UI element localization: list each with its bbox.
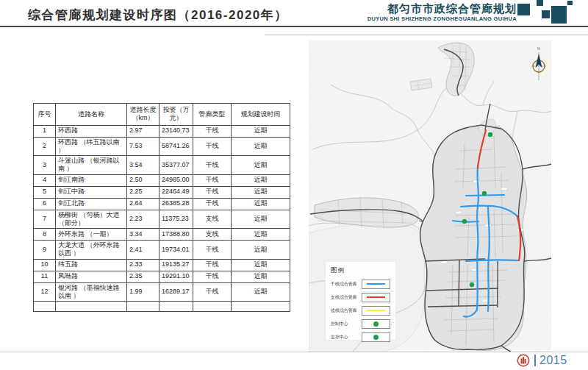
table-cell: 19291.10 [159,271,193,282]
table-cell: 干线 [193,198,232,210]
table-cell: 16289.17 [159,282,193,302]
table-cell: 17388.80 [159,229,193,241]
roads-table-body: 1环西路2.9723140.73干线近期2环西路 （纬五路以南 ）7.53587… [34,125,290,312]
table-cell: 35377.07 [159,156,193,175]
table-cell: 支线 [193,229,232,241]
table-cell: 近期 [232,125,290,137]
table-row: 12银河路 （墨福快速路以南 ）1.9916289.17干线近期 [34,282,290,302]
table-cell: 剑江中路 [56,186,127,198]
table-cell: 近期 [232,137,290,156]
legend-item-label: 控制中心 [331,321,348,327]
table-cell [193,302,232,312]
legend-items: 干线综合管廊支线综合管廊缆线综合管廊控制中心监控中心 [331,280,390,341]
table-cell: 2.23 [127,210,159,229]
table-cell: 斗篷山路 （银河路以南 ） [56,156,127,175]
legend-item: 监控中心 [331,332,390,341]
table-cell: 3.54 [127,156,159,175]
table-row: 10纬五路2.3319135.27干线近期 [34,259,290,271]
footer-year: 2015 [539,354,567,367]
table-row: 3斗篷山路 （银河路以南 ）3.5435377.07干线近期 [34,156,290,175]
table-cell: 剑江南路 [56,174,127,186]
table-cell: 近期 [232,186,290,198]
legend-item: 支线综合管廊 [331,293,390,302]
table-cell: 干线 [193,282,232,302]
logo-square [517,4,530,15]
table-cell: 6 [34,198,56,210]
legend-sample-box [362,332,390,342]
table-cell: 近期 [232,229,290,241]
table-cell [127,302,159,312]
legend-item-label: 缆线综合管廊 [331,307,357,314]
table-cell: 5 [34,186,56,198]
table-cell: 58741.26 [159,137,193,156]
legend-sample-box [362,293,390,302]
legend-item-label: 支线综合管廊 [331,294,357,301]
table-cell: 外环东路 （一期） [56,229,127,241]
table-cell: 2.41 [127,241,159,260]
legend-line-swatch [367,283,385,285]
table-cell: 23140.73 [159,125,193,137]
table-cell: 7 [34,210,56,229]
legend-dot-swatch [373,321,379,327]
table-cell: 2.97 [127,125,159,137]
table-row: 4剑江南路2.5024985.00干线近期 [34,174,290,186]
table-cell: 近期 [232,156,290,175]
table-cell: 干线 [193,259,232,271]
table-cell: 干线 [193,186,232,198]
table-cell: 19734.01 [159,241,193,260]
table-cell: 支线 [193,210,232,229]
table-row: 9大龙大道 （外环东路以西 ）2.4119734.01干线近期 [34,241,290,260]
footer-logo-divider [534,355,536,366]
table-row: 11凤啭路2.3519291.10干线近期 [34,271,290,282]
table-cell: 纬五路 [56,259,127,271]
table-row: 5剑江中路2.2522464.49干线近期 [34,186,290,198]
legend-item: 干线综合管廊 [331,280,390,288]
city-area [420,119,527,350]
table-cell [34,302,56,312]
table-cell: 近期 [232,271,290,282]
legend-line-swatch [367,310,385,311]
table-cell: 环西路 （纬五路以南 ） [56,137,127,156]
table-cell: 9 [34,241,56,260]
table-cell: 19135.27 [159,259,193,271]
logo-square [551,6,567,24]
table-cell: 2.64 [127,198,159,210]
table-cell [159,302,193,312]
table-cell: 干线 [193,137,232,156]
table-cell: 3 [34,156,56,175]
table-cell: 22464.49 [159,186,193,198]
table-header-cell: 道路名称 [56,104,127,126]
table-header-cell: 序号 [34,104,56,126]
table-header-cell: 管廊类型 [193,104,232,126]
brand-block: 都匀市市政综合管廊规划 DUYUN SHI SHIZHENG ZONGHEGUA… [368,2,517,22]
table-cell: 2.25 [127,186,159,198]
table-cell: 近期 [232,259,290,271]
table-row: 8外环东路 （一期）3.3417388.80支线近期 [34,229,290,241]
legend-item-label: 监控中心 [331,334,348,341]
table-cell: 1.99 [127,282,159,302]
legend-item: 缆线综合管廊 [331,306,390,315]
table-cell: 环西路 [56,125,127,137]
table-cell: 1 [34,125,56,137]
legend-item-label: 干线综合管廊 [331,281,357,288]
brand-title-cn: 都匀市市政综合管廊规划 [368,2,517,15]
table-cell: 2.50 [127,174,159,186]
table-cell: 干线 [193,174,232,186]
header-divider [0,26,588,27]
footer: 2015 [517,354,567,367]
legend-sample-box [362,280,390,289]
table-cell: 银河路 （墨福快速路以南 ） [56,282,127,302]
legend-title: 图例 [331,266,390,275]
planning-sheet: 综合管廊规划建设时序图（2016-2020年） 都匀市市政综合管廊规划 DUYU… [0,0,588,370]
north-label: N [537,46,540,51]
table-cell: 3.34 [127,229,159,241]
table-cell: 2.33 [127,259,159,271]
table-cell: 干线 [193,241,232,260]
table-cell: 10 [34,259,56,271]
footer-divider [0,352,588,352]
table-cell: 近期 [232,241,290,260]
header-sub-divider [265,35,588,35]
roads-table: 序号道路名称道路长度（km）投资（万元）管廊类型规划建设时间 1环西路2.972… [33,103,290,312]
table-cell [232,302,290,312]
table-cell: 24985.00 [159,174,193,186]
